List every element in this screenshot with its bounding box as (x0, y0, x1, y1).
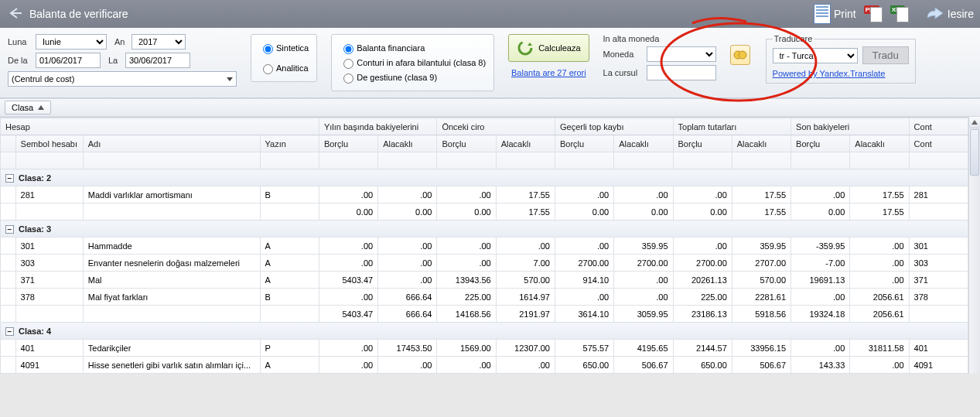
band-toplam[interactable]: Toplam tutarları (673, 118, 791, 135)
group-chip-clasa[interactable]: Clasa (5, 101, 51, 115)
vertical-scrollbar[interactable] (968, 117, 980, 374)
filter-panel: Luna Iunie An 2017 De la La (Centrul de … (0, 28, 980, 98)
table-row[interactable]: 303Envanter nesnelerin doğası malzemeler… (1, 255, 968, 272)
table-row[interactable]: 281Maddi varlıklar amortismanıB.00.00.00… (1, 186, 968, 203)
col-adi[interactable]: Adı (83, 135, 260, 152)
grid-container: Hesap Yılın başında bakiyelerini Önceki … (0, 117, 980, 374)
balanta-financiara-radio[interactable] (343, 44, 353, 54)
table-row[interactable]: 4091Hisse senetleri gibi varlık satın al… (1, 357, 968, 374)
balance-errors-link[interactable]: Balanta are 27 erori (511, 68, 586, 77)
col-borclu-5[interactable]: Borçlu (791, 135, 850, 152)
yandex-link[interactable]: Powered by Yandex.Translate (773, 69, 886, 78)
collapse-icon[interactable]: − (5, 225, 14, 234)
filter-row[interactable] (1, 152, 968, 169)
titlebar: Balanta de verificare Print PDF XLS Iesi… (0, 0, 980, 28)
band-gecerli[interactable]: Geçerli top kaybı (555, 118, 673, 135)
moneda-title: In alta moneda (603, 34, 716, 43)
col-borclu-4[interactable]: Borçlu (673, 135, 732, 152)
an-label: An (114, 37, 131, 46)
export-xls-button[interactable]: XLS (890, 5, 909, 22)
band-cont[interactable]: Cont (909, 118, 968, 135)
balance-table: Hesap Yılın başında bakiyelerini Önceki … (0, 118, 968, 374)
col-borclu-2[interactable]: Borçlu (437, 135, 496, 152)
col-borclu-1[interactable]: Borçlu (319, 135, 377, 152)
coin-icon (733, 48, 747, 62)
dela-input[interactable] (36, 53, 101, 68)
cost-center-select[interactable]: (Centrul de cost) (8, 71, 237, 87)
svg-point-2 (739, 51, 746, 59)
col-borclu-3[interactable]: Borçlu (555, 135, 613, 152)
group-by-bar: Clasa (0, 98, 980, 117)
band-yilin[interactable]: Yılın başında bakiyelerini (319, 118, 437, 135)
detail-mode-group: Sintetica Analitica (251, 34, 317, 82)
collapse-icon[interactable]: − (5, 327, 14, 336)
table-row[interactable]: 371MalA5403.47.0013943.56570.00914.10.00… (1, 272, 968, 289)
scroll-thumb[interactable] (970, 129, 979, 176)
la-label: La (108, 56, 125, 65)
print-button[interactable]: Print (814, 4, 856, 24)
currency-button[interactable] (730, 45, 750, 65)
luna-select[interactable]: Iunie (36, 34, 107, 50)
refresh-icon (517, 39, 534, 56)
exit-button[interactable]: Iesire (924, 6, 974, 22)
col-sembol[interactable]: Sembol hesabı (15, 135, 83, 152)
clasa9-radio[interactable] (343, 73, 353, 84)
tradu-button[interactable]: Tradu (862, 46, 909, 64)
moneda-select[interactable] (647, 46, 716, 62)
band-son[interactable]: Son bakiyeleri (791, 118, 910, 135)
group-row[interactable]: −Clasa: 4 (1, 323, 968, 340)
group-row[interactable]: −Clasa: 2 (1, 169, 968, 186)
table-row[interactable]: 378Mal fiyat farklarıB.00666.64225.00161… (1, 289, 968, 306)
traducere-group: Traducere tr - Turca Tradu Powered by Ya… (766, 34, 916, 84)
clasa8-radio[interactable] (343, 59, 353, 69)
table-row[interactable]: 301HammaddeA.00.00.00.00.00359.95.00359.… (1, 238, 968, 255)
subtotal-row: 5403.47666.6414168.562191.973614.103059.… (1, 306, 968, 323)
sort-asc-icon (38, 105, 44, 110)
band-onceki[interactable]: Önceki ciro (437, 118, 555, 135)
col-alacakli-2[interactable]: Alacaklı (496, 135, 555, 152)
page-title: Balanta de verificare (29, 8, 128, 20)
col-cont[interactable]: Cont (909, 135, 968, 152)
dela-label: De la (8, 56, 36, 65)
xls-icon: XLS (890, 5, 909, 22)
scroll-up-button[interactable] (969, 117, 980, 128)
moneda-label: Moneda (603, 50, 647, 59)
curs-label: La cursul (603, 68, 647, 77)
calculeaza-button[interactable]: Calculeaza (508, 34, 589, 62)
export-pdf-button[interactable]: PDF (864, 5, 883, 22)
collapse-icon[interactable]: − (5, 174, 14, 183)
lang-select[interactable]: tr - Turca (773, 48, 858, 63)
group-row[interactable]: −Clasa: 3 (1, 220, 968, 238)
chevron-down-icon (227, 77, 233, 81)
col-alacakli-3[interactable]: Alacaklı (614, 135, 673, 152)
pdf-icon: PDF (864, 5, 883, 22)
an-select[interactable]: 2017 (131, 34, 186, 50)
col-alacakli-4[interactable]: Alacaklı (732, 135, 790, 152)
document-icon (814, 4, 831, 24)
exit-arrow-icon (924, 6, 944, 22)
balance-type-group: Balanta financiara Conturi in afara bila… (331, 34, 494, 91)
col-yazin[interactable]: Yazın (260, 135, 319, 152)
col-alacakli-1[interactable]: Alacaklı (378, 135, 437, 152)
back-arrow-icon[interactable] (6, 6, 23, 22)
band-hesap[interactable]: Hesap (1, 118, 319, 135)
subtotal-row: 0.000.000.0017.550.000.000.0017.550.0017… (1, 203, 968, 220)
la-input[interactable] (125, 53, 190, 68)
luna-label: Luna (8, 37, 36, 46)
sintetica-radio[interactable] (263, 44, 273, 54)
analitica-radio[interactable] (263, 64, 273, 74)
traducere-title: Traducere (773, 34, 814, 43)
col-alacakli-5[interactable]: Alacaklı (850, 135, 909, 152)
curs-input[interactable] (647, 65, 716, 80)
table-row[interactable]: 401TedarikçilerP.0017453.501569.0012307.… (1, 340, 968, 357)
